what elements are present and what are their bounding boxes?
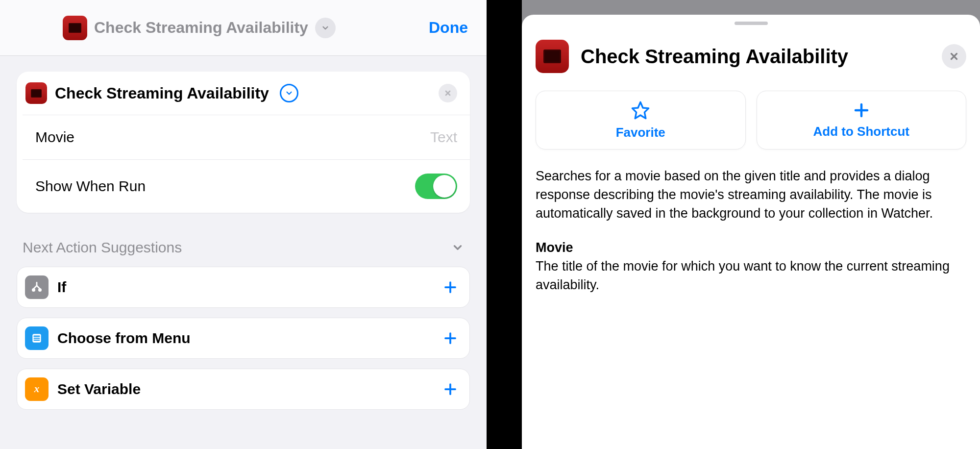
svg-marker-17 [633, 102, 649, 118]
suggestion-label: If [57, 279, 66, 296]
suggestions-header[interactable]: Next Action Suggestions [17, 213, 470, 267]
favorite-label: Favorite [616, 125, 665, 140]
branch-icon [25, 275, 49, 299]
svg-rect-7 [34, 336, 40, 337]
suggestion-label: Choose from Menu [57, 330, 191, 347]
svg-text:x: x [34, 383, 40, 395]
suggestions-heading: Next Action Suggestions [23, 239, 182, 256]
svg-rect-9 [34, 340, 40, 341]
favorite-button[interactable]: Favorite [536, 91, 746, 150]
screenshot-divider [487, 0, 522, 449]
topbar-title: Check Streaming Availability [94, 19, 308, 37]
add-to-shortcut-label: Add to Shortcut [813, 124, 909, 139]
movie-parameter-row[interactable]: Movie Text [23, 115, 470, 159]
expand-button[interactable] [280, 84, 298, 102]
svg-point-2 [32, 289, 34, 291]
app-icon [63, 16, 87, 40]
plus-icon[interactable] [443, 331, 458, 346]
menu-icon [25, 326, 49, 350]
show-when-run-row: Show When Run [23, 159, 470, 213]
sheet-grabber[interactable] [735, 22, 768, 25]
chevron-down-icon [451, 241, 464, 254]
plus-icon [853, 101, 870, 119]
show-when-run-label: Show When Run [35, 178, 146, 195]
app-icon [536, 40, 569, 73]
action-card: Check Streaming Availability Movie Text … [17, 72, 470, 213]
variable-icon: x [25, 377, 49, 401]
done-button[interactable]: Done [429, 19, 468, 37]
suggestion-label: Set Variable [57, 381, 141, 398]
action-card-header: Check Streaming Availability [17, 72, 470, 115]
param-name: Movie [536, 240, 966, 255]
info-sheet: Check Streaming Availability Favorite Ad… [522, 15, 980, 449]
show-when-run-toggle[interactable] [415, 174, 457, 199]
info-action-row: Favorite Add to Shortcut [536, 91, 966, 150]
svg-rect-8 [34, 338, 40, 339]
param-description: The title of the movie for which you wan… [536, 257, 966, 295]
suggestion-if[interactable]: If [17, 267, 470, 308]
info-header: Check Streaming Availability [536, 40, 966, 73]
star-icon [631, 100, 650, 120]
plus-icon[interactable] [443, 382, 458, 397]
plus-icon[interactable] [443, 280, 458, 295]
chevron-down-icon[interactable] [315, 18, 336, 38]
info-pane: Check Streaming Availability Favorite Ad… [522, 0, 980, 449]
svg-point-3 [39, 289, 41, 291]
suggestion-choose-from-menu[interactable]: Choose from Menu [17, 318, 470, 359]
close-button[interactable] [942, 44, 966, 69]
editor-area: Check Streaming Availability Movie Text … [0, 56, 487, 420]
action-title: Check Streaming Availability [55, 84, 269, 102]
shortcut-editor-pane: Check Streaming Availability Done Check … [0, 0, 487, 449]
app-icon [25, 82, 47, 104]
movie-placeholder: Text [430, 129, 457, 146]
info-title: Check Streaming Availability [581, 46, 930, 67]
action-description: Searches for a movie based on the given … [536, 167, 966, 223]
movie-label: Movie [35, 129, 74, 146]
add-to-shortcut-button[interactable]: Add to Shortcut [757, 91, 967, 150]
delete-action-button[interactable] [439, 84, 457, 102]
topbar: Check Streaming Availability Done [0, 0, 487, 56]
suggestion-set-variable[interactable]: x Set Variable [17, 369, 470, 410]
